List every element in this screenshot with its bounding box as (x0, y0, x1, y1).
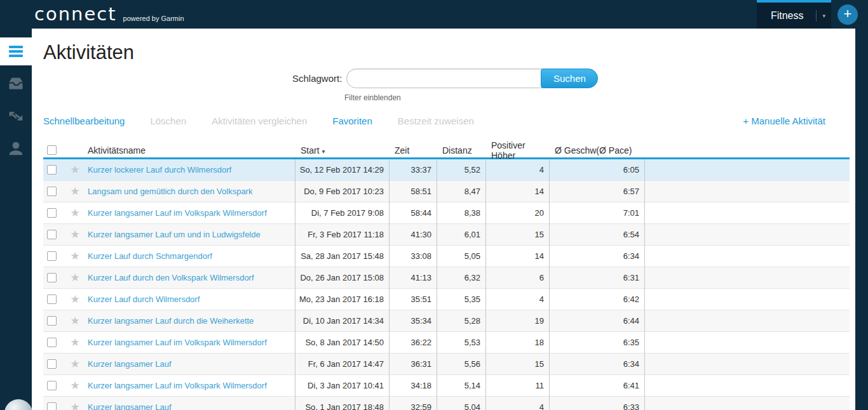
manual-activity-link[interactable]: + Manuelle Aktivität (743, 116, 825, 126)
table-row: ★Kurzer langsamer LaufFr, 6 Jan 2017 14:… (43, 354, 850, 375)
favorite-star-icon[interactable]: ★ (70, 380, 79, 391)
cell-geschw: 6:33 (550, 397, 645, 410)
right-edge-panel (855, 29, 868, 410)
cell-distanz: 8,47 (437, 181, 486, 202)
cell-geschw: 6:34 (550, 246, 645, 267)
cell-zeit: 33:08 (390, 246, 437, 267)
cell-start: Do, 26 Jan 2017 15:08 (295, 267, 390, 289)
activity-name-link[interactable]: Kurzer Lauf durch Wilmersdorf (88, 294, 200, 304)
favorite-star-icon[interactable]: ★ (70, 229, 79, 240)
row-checkbox[interactable] (47, 230, 57, 239)
column-header-geschw[interactable]: Ø Geschw(Ø Pace) (550, 145, 645, 155)
search-button[interactable]: Suchen (541, 69, 598, 88)
cell-start: So, 8 Jan 2017 14:50 (295, 332, 390, 354)
cell-hoehe: 4 (486, 289, 550, 310)
cell-start: Fr, 3 Feb 2017 11:18 (295, 224, 390, 246)
favorite-star-icon[interactable]: ★ (70, 186, 79, 197)
favorite-star-icon[interactable]: ★ (70, 337, 79, 348)
cell-hoehe: 18 (486, 332, 550, 354)
activity-name-link[interactable]: Kurzer langsamer Lauf (88, 402, 172, 410)
cell-hoehe: 4 (486, 159, 550, 181)
row-checkbox[interactable] (47, 251, 57, 261)
activity-name-link[interactable]: Kurzer Lauf durch den Volkspark Wilmersd… (88, 273, 254, 282)
cell-geschw: 6:35 (550, 332, 645, 354)
row-checkbox[interactable] (47, 381, 57, 390)
row-checkbox[interactable] (47, 208, 57, 218)
row-checkbox[interactable] (47, 338, 57, 347)
cell-geschw: 6:34 (550, 354, 645, 375)
activity-name-link[interactable]: Kurzer lockerer Lauf durch Wilmersdorf (88, 165, 231, 175)
table-header: Aktivitätsname Start▾ Zeit Distanz Posit… (43, 143, 850, 159)
table-row: ★Kurzer langsamer Lauf durch die Weiherk… (43, 310, 850, 332)
action-link-0[interactable]: Schnellbearbeitung (43, 116, 125, 126)
person-icon (8, 140, 24, 157)
cell-distanz: 5,04 (437, 397, 486, 410)
cell-start: Fr, 6 Jan 2017 14:47 (295, 354, 390, 375)
select-all-checkbox[interactable] (47, 145, 57, 155)
column-header-distanz[interactable]: Distanz (437, 145, 486, 155)
cell-hoehe: 11 (486, 375, 550, 397)
row-checkbox[interactable] (47, 187, 57, 196)
hamburger-icon (9, 44, 23, 59)
top-bar: connect powered by Garmin Fitness ▾ + (0, 0, 868, 29)
action-link-2: Aktivitäten vergleichen (212, 116, 307, 126)
sidebar-item-menu[interactable] (0, 37, 32, 65)
row-checkbox[interactable] (47, 359, 57, 369)
tab-fitness[interactable]: Fitness ▾ (757, 0, 831, 29)
cell-hoehe: 19 (486, 310, 550, 332)
row-checkbox[interactable] (47, 294, 57, 304)
activity-name-link[interactable]: Kurzer langsamer Lauf durch die Weiherke… (88, 316, 254, 326)
cell-geschw: 6:57 (550, 181, 645, 202)
activity-name-link[interactable]: Langsam und gemütlich durch den Volkspar… (88, 187, 252, 196)
column-header-hoehe[interactable]: Positiver Höher (486, 140, 550, 161)
action-link-3[interactable]: Favoriten (332, 116, 372, 126)
activity-name-link[interactable]: Kurzer langsamer Lauf im Volkspark Wilme… (88, 208, 267, 218)
cell-start: Di, 10 Jan 2017 14:34 (295, 310, 390, 332)
cell-hoehe: 4 (486, 397, 550, 410)
favorite-star-icon[interactable]: ★ (70, 359, 79, 369)
sort-desc-icon: ▾ (322, 148, 325, 155)
cell-start: Do, 9 Feb 2017 10:23 (295, 181, 390, 202)
show-filters-link[interactable]: Filter einblenden (344, 93, 401, 102)
page-title: Aktivitäten (43, 41, 856, 64)
favorite-star-icon[interactable]: ★ (70, 294, 79, 305)
activity-name-link[interactable]: Kurzer langsamer Lauf im Volkspark Wilme… (88, 381, 267, 390)
powered-by-garmin-label: powered by Garmin (123, 15, 184, 22)
cell-distanz: 5,28 (437, 310, 486, 332)
sidebar-item-inbox[interactable] (0, 70, 32, 98)
cell-geschw: 6:41 (550, 375, 645, 397)
cell-start: So, 12 Feb 2017 14:29 (295, 159, 390, 181)
row-checkbox[interactable] (47, 402, 57, 410)
row-checkbox[interactable] (47, 273, 57, 282)
row-checkbox[interactable] (47, 165, 57, 175)
table-row: ★Langsam und gemütlich durch den Volkspa… (43, 181, 850, 202)
favorite-star-icon[interactable]: ★ (70, 164, 79, 175)
chevron-down-icon[interactable]: ▾ (817, 13, 831, 19)
cell-start: Di, 7 Feb 2017 9:08 (295, 202, 390, 224)
cell-hoehe: 6 (486, 267, 550, 289)
favorite-star-icon[interactable]: ★ (70, 251, 79, 261)
cell-geschw: 6:42 (550, 289, 645, 310)
favorite-star-icon[interactable]: ★ (70, 208, 79, 218)
activity-name-link[interactable]: Kurzer langsamer Lauf um und in Ludwigsf… (88, 230, 261, 239)
activity-name-link[interactable]: Kurzer langsamer Lauf im Volkspark Wilme… (88, 338, 267, 347)
favorite-star-icon[interactable]: ★ (70, 402, 79, 410)
sidebar-item-profile[interactable] (0, 135, 32, 162)
column-header-zeit[interactable]: Zeit (390, 145, 437, 155)
activity-name-link[interactable]: Kurzer Lauf durch Schmargendorf (88, 251, 212, 261)
cell-distanz: 5,56 (437, 354, 486, 375)
activity-name-link[interactable]: Kurzer langsamer Lauf (88, 359, 172, 369)
favorite-star-icon[interactable]: ★ (70, 315, 79, 326)
cell-zeit: 33:37 (390, 159, 437, 181)
cell-zeit: 36:22 (390, 332, 437, 354)
cell-zeit: 58:51 (390, 181, 437, 202)
column-header-start[interactable]: Start▾ (295, 145, 390, 155)
table-row: ★Kurzer langsamer Lauf um und in Ludwigs… (43, 224, 850, 246)
favorite-star-icon[interactable]: ★ (70, 272, 79, 283)
main-content: Aktivitäten Schlagwort: Suchen Filter ei… (32, 29, 856, 410)
cell-start: Di, 3 Jan 2017 10:41 (295, 375, 390, 397)
add-button[interactable]: + (837, 4, 858, 25)
row-checkbox[interactable] (47, 316, 57, 326)
sidebar-item-challenges[interactable] (0, 102, 32, 130)
column-header-name[interactable]: Aktivitätsname (86, 145, 295, 155)
